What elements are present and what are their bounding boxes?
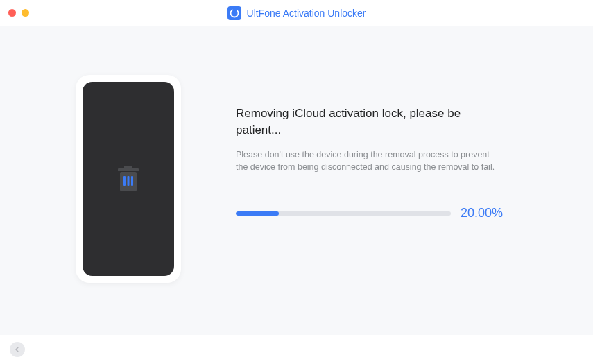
minimize-button[interactable]: [22, 9, 29, 17]
app-title: UltFone Activation Unlocker: [247, 8, 366, 19]
app-logo-icon: [227, 6, 241, 20]
arrow-left-icon: [14, 346, 21, 353]
trash-icon: [114, 164, 142, 194]
titlebar: UltFone Activation Unlocker: [0, 0, 593, 26]
close-button[interactable]: [8, 9, 16, 17]
progress-fill: [236, 211, 279, 216]
status-column: Removing iCloud activation lock, please …: [236, 75, 593, 220]
svg-rect-6: [131, 176, 133, 186]
svg-rect-5: [128, 176, 130, 186]
app-window: UltFone Activation Unlocker Removi: [0, 0, 593, 364]
phone-illustration: [76, 75, 181, 283]
title-container: UltFone Activation Unlocker: [227, 6, 366, 20]
window-controls: [0, 9, 29, 17]
svg-rect-3: [124, 166, 132, 168]
back-button[interactable]: [10, 342, 25, 357]
phone-screen: [83, 82, 174, 276]
device-column: [0, 75, 236, 283]
svg-rect-2: [118, 168, 139, 171]
status-subtext: Please don't use the device during the r…: [236, 148, 499, 175]
status-heading: Removing iCloud activation lock, please …: [236, 105, 492, 139]
main-content: Removing iCloud activation lock, please …: [0, 26, 593, 335]
progress-bar: [236, 211, 451, 216]
svg-rect-4: [123, 176, 126, 186]
svg-point-0: [230, 8, 239, 18]
progress-percent-label: 20.00%: [461, 206, 503, 220]
progress-container: 20.00%: [236, 206, 538, 220]
footer: [0, 335, 593, 364]
